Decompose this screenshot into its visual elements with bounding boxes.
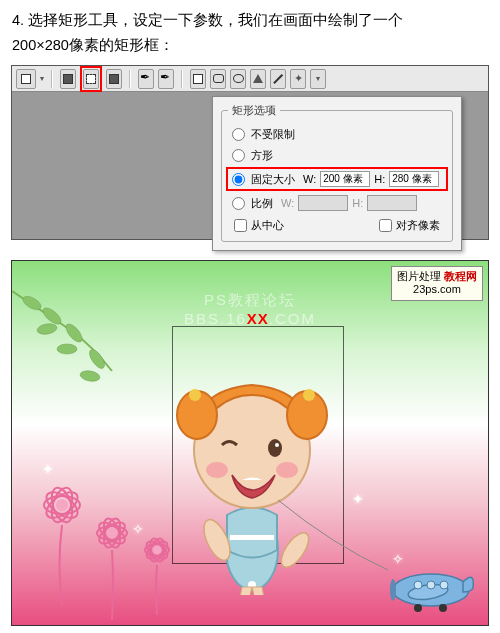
svg-point-34	[303, 389, 315, 401]
svg-point-42	[427, 581, 435, 589]
checkbox-from-center[interactable]	[234, 219, 247, 232]
svg-point-44	[390, 579, 396, 601]
freeform-pen-icon[interactable]	[158, 69, 174, 89]
separator	[51, 70, 53, 88]
svg-point-41	[414, 581, 422, 589]
radio-fixed[interactable]	[232, 173, 245, 186]
svg-rect-26	[230, 535, 274, 540]
dropdown-chevron-icon[interactable]: ▾	[40, 74, 44, 83]
svg-point-5	[87, 347, 108, 371]
options-dropdown-icon[interactable]: ▾	[310, 69, 326, 89]
opt-fixed-size[interactable]: 固定大小 W: H:	[226, 167, 448, 191]
from-center-check[interactable]: 从中心	[234, 218, 284, 233]
custom-shape-icon[interactable]: ✦	[290, 69, 306, 89]
shape-layer-mode-icon[interactable]	[60, 69, 76, 89]
options-bar: ▾ ✦ ▾	[12, 66, 488, 92]
svg-point-6	[79, 370, 100, 383]
width-input[interactable]	[320, 171, 370, 187]
rounded-rect-icon[interactable]	[210, 69, 226, 89]
svg-point-19	[153, 546, 161, 554]
svg-point-2	[36, 323, 57, 336]
svg-point-4	[57, 344, 77, 354]
svg-point-46	[439, 604, 447, 612]
ratio-h-input	[367, 195, 417, 211]
sparkle-icon: ✦	[42, 461, 54, 477]
rectangle-tool-icon[interactable]	[190, 69, 206, 89]
line-icon[interactable]	[270, 69, 286, 89]
svg-point-38	[276, 462, 298, 478]
svg-point-45	[414, 604, 422, 612]
ellipse-icon[interactable]	[230, 69, 246, 89]
svg-point-7	[56, 499, 68, 511]
height-input[interactable]	[389, 171, 439, 187]
radio-square[interactable]	[232, 149, 245, 162]
opt-square[interactable]: 方形	[228, 145, 446, 166]
rectangle-options-panel: 矩形选项 不受限制 方形 固定大小 W: H:	[212, 96, 462, 251]
svg-point-33	[189, 389, 201, 401]
shape-layers-icon[interactable]	[16, 69, 36, 89]
pen-icon[interactable]	[138, 69, 154, 89]
step-line1: 选择矩形工具，设定一下参数，我们在画面中绘制了一个	[28, 12, 403, 28]
snap-pixels-check[interactable]: 对齐像素	[379, 218, 440, 233]
sparkle-icon: ✧	[132, 521, 144, 537]
watermark-center: PS教程论坛 BBS.16XX.COM	[184, 291, 316, 327]
svg-point-13	[107, 528, 117, 538]
toy-string	[273, 495, 393, 575]
svg-point-36	[275, 443, 279, 447]
svg-point-35	[268, 439, 282, 457]
ratio-w-input	[298, 195, 348, 211]
svg-point-3	[63, 322, 85, 345]
panel-title: 矩形选项	[228, 103, 280, 118]
step-line2: 200×280像素的矩形框：	[12, 37, 174, 53]
checkbox-snap[interactable]	[379, 219, 392, 232]
leaves-decoration	[11, 281, 132, 401]
path-mode-icon[interactable]	[83, 69, 99, 89]
watermark-badge: 图片处理 教程网 23ps.com	[391, 266, 483, 300]
canvas-result: ✦ ✧ ✦ ✧ PS教程论坛 BBS.16XX.COM 图片处理 教程网 23p…	[11, 260, 489, 626]
radio-unconstrained[interactable]	[232, 128, 245, 141]
opt-ratio[interactable]: 比例 W: H:	[228, 192, 446, 214]
fill-pixels-icon[interactable]	[106, 69, 122, 89]
opt-unconstrained[interactable]: 不受限制	[228, 124, 446, 145]
toy-airplane	[383, 550, 478, 620]
svg-point-43	[440, 581, 448, 589]
radio-ratio[interactable]	[232, 197, 245, 210]
separator	[181, 70, 183, 88]
svg-point-37	[206, 462, 228, 478]
path-mode-highlight	[80, 66, 102, 92]
separator	[129, 70, 131, 88]
toolbar-screenshot: ▾ ✦ ▾ 矩形选项 不受限制	[0, 65, 500, 240]
step-number: 4.	[12, 12, 24, 28]
svg-point-1	[40, 305, 63, 327]
polygon-icon[interactable]	[250, 69, 266, 89]
